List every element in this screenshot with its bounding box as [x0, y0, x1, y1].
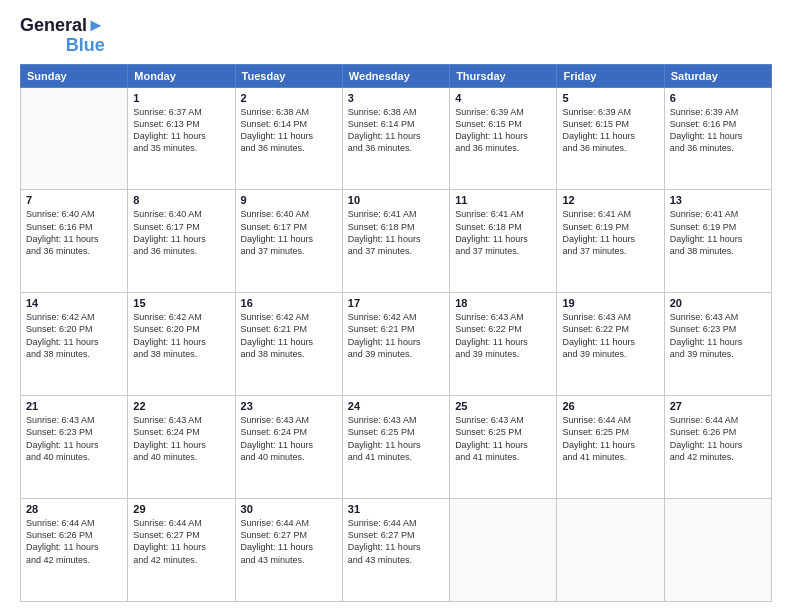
calendar-header-row: SundayMondayTuesdayWednesdayThursdayFrid… — [21, 64, 772, 87]
calendar-cell: 1Sunrise: 6:37 AMSunset: 6:13 PMDaylight… — [128, 87, 235, 190]
header-day-tuesday: Tuesday — [235, 64, 342, 87]
day-number: 27 — [670, 400, 766, 412]
day-info: Sunrise: 6:39 AMSunset: 6:15 PMDaylight:… — [455, 106, 551, 155]
day-number: 28 — [26, 503, 122, 515]
calendar-cell: 19Sunrise: 6:43 AMSunset: 6:22 PMDayligh… — [557, 293, 664, 396]
header: General► Blue — [20, 16, 772, 56]
day-info: Sunrise: 6:44 AMSunset: 6:27 PMDaylight:… — [348, 517, 444, 566]
calendar-cell: 31Sunrise: 6:44 AMSunset: 6:27 PMDayligh… — [342, 499, 449, 602]
day-number: 3 — [348, 92, 444, 104]
day-number: 26 — [562, 400, 658, 412]
page: General► Blue SundayMondayTuesdayWednesd… — [0, 0, 792, 612]
day-number: 29 — [133, 503, 229, 515]
calendar-week-3: 14Sunrise: 6:42 AMSunset: 6:20 PMDayligh… — [21, 293, 772, 396]
day-number: 25 — [455, 400, 551, 412]
day-number: 9 — [241, 194, 337, 206]
calendar-cell: 23Sunrise: 6:43 AMSunset: 6:24 PMDayligh… — [235, 396, 342, 499]
calendar-cell: 21Sunrise: 6:43 AMSunset: 6:23 PMDayligh… — [21, 396, 128, 499]
day-info: Sunrise: 6:41 AMSunset: 6:19 PMDaylight:… — [562, 208, 658, 257]
day-number: 16 — [241, 297, 337, 309]
day-info: Sunrise: 6:43 AMSunset: 6:23 PMDaylight:… — [26, 414, 122, 463]
day-number: 18 — [455, 297, 551, 309]
calendar-cell: 10Sunrise: 6:41 AMSunset: 6:18 PMDayligh… — [342, 190, 449, 293]
day-info: Sunrise: 6:43 AMSunset: 6:23 PMDaylight:… — [670, 311, 766, 360]
calendar-cell: 5Sunrise: 6:39 AMSunset: 6:15 PMDaylight… — [557, 87, 664, 190]
calendar-cell — [664, 499, 771, 602]
day-info: Sunrise: 6:43 AMSunset: 6:22 PMDaylight:… — [562, 311, 658, 360]
day-info: Sunrise: 6:44 AMSunset: 6:25 PMDaylight:… — [562, 414, 658, 463]
day-number: 7 — [26, 194, 122, 206]
day-number: 1 — [133, 92, 229, 104]
calendar-cell: 25Sunrise: 6:43 AMSunset: 6:25 PMDayligh… — [450, 396, 557, 499]
calendar-cell: 17Sunrise: 6:42 AMSunset: 6:21 PMDayligh… — [342, 293, 449, 396]
day-info: Sunrise: 6:43 AMSunset: 6:24 PMDaylight:… — [241, 414, 337, 463]
day-info: Sunrise: 6:42 AMSunset: 6:21 PMDaylight:… — [241, 311, 337, 360]
day-info: Sunrise: 6:43 AMSunset: 6:22 PMDaylight:… — [455, 311, 551, 360]
day-info: Sunrise: 6:44 AMSunset: 6:27 PMDaylight:… — [241, 517, 337, 566]
calendar-cell: 15Sunrise: 6:42 AMSunset: 6:20 PMDayligh… — [128, 293, 235, 396]
calendar-cell: 2Sunrise: 6:38 AMSunset: 6:14 PMDaylight… — [235, 87, 342, 190]
logo: General► Blue — [20, 16, 105, 56]
day-number: 20 — [670, 297, 766, 309]
day-number: 22 — [133, 400, 229, 412]
calendar-cell: 3Sunrise: 6:38 AMSunset: 6:14 PMDaylight… — [342, 87, 449, 190]
calendar-cell: 4Sunrise: 6:39 AMSunset: 6:15 PMDaylight… — [450, 87, 557, 190]
day-number: 13 — [670, 194, 766, 206]
day-info: Sunrise: 6:38 AMSunset: 6:14 PMDaylight:… — [241, 106, 337, 155]
day-info: Sunrise: 6:39 AMSunset: 6:15 PMDaylight:… — [562, 106, 658, 155]
header-day-wednesday: Wednesday — [342, 64, 449, 87]
logo-line1: General► — [20, 16, 105, 36]
day-info: Sunrise: 6:44 AMSunset: 6:26 PMDaylight:… — [26, 517, 122, 566]
day-number: 31 — [348, 503, 444, 515]
calendar-cell: 18Sunrise: 6:43 AMSunset: 6:22 PMDayligh… — [450, 293, 557, 396]
day-number: 30 — [241, 503, 337, 515]
header-day-thursday: Thursday — [450, 64, 557, 87]
header-day-saturday: Saturday — [664, 64, 771, 87]
calendar-cell: 29Sunrise: 6:44 AMSunset: 6:27 PMDayligh… — [128, 499, 235, 602]
calendar-cell: 20Sunrise: 6:43 AMSunset: 6:23 PMDayligh… — [664, 293, 771, 396]
day-info: Sunrise: 6:38 AMSunset: 6:14 PMDaylight:… — [348, 106, 444, 155]
calendar-cell: 27Sunrise: 6:44 AMSunset: 6:26 PMDayligh… — [664, 396, 771, 499]
day-info: Sunrise: 6:39 AMSunset: 6:16 PMDaylight:… — [670, 106, 766, 155]
calendar-cell: 14Sunrise: 6:42 AMSunset: 6:20 PMDayligh… — [21, 293, 128, 396]
calendar-cell: 12Sunrise: 6:41 AMSunset: 6:19 PMDayligh… — [557, 190, 664, 293]
day-info: Sunrise: 6:43 AMSunset: 6:24 PMDaylight:… — [133, 414, 229, 463]
calendar-body: 1Sunrise: 6:37 AMSunset: 6:13 PMDaylight… — [21, 87, 772, 601]
day-info: Sunrise: 6:37 AMSunset: 6:13 PMDaylight:… — [133, 106, 229, 155]
calendar-cell — [21, 87, 128, 190]
day-info: Sunrise: 6:42 AMSunset: 6:20 PMDaylight:… — [26, 311, 122, 360]
day-info: Sunrise: 6:43 AMSunset: 6:25 PMDaylight:… — [348, 414, 444, 463]
calendar-cell: 7Sunrise: 6:40 AMSunset: 6:16 PMDaylight… — [21, 190, 128, 293]
day-number: 17 — [348, 297, 444, 309]
day-info: Sunrise: 6:40 AMSunset: 6:17 PMDaylight:… — [241, 208, 337, 257]
day-info: Sunrise: 6:40 AMSunset: 6:17 PMDaylight:… — [133, 208, 229, 257]
day-number: 4 — [455, 92, 551, 104]
day-number: 12 — [562, 194, 658, 206]
header-day-sunday: Sunday — [21, 64, 128, 87]
calendar-cell: 24Sunrise: 6:43 AMSunset: 6:25 PMDayligh… — [342, 396, 449, 499]
calendar-cell: 6Sunrise: 6:39 AMSunset: 6:16 PMDaylight… — [664, 87, 771, 190]
day-info: Sunrise: 6:44 AMSunset: 6:27 PMDaylight:… — [133, 517, 229, 566]
day-number: 14 — [26, 297, 122, 309]
day-number: 24 — [348, 400, 444, 412]
day-info: Sunrise: 6:43 AMSunset: 6:25 PMDaylight:… — [455, 414, 551, 463]
day-number: 5 — [562, 92, 658, 104]
calendar-week-4: 21Sunrise: 6:43 AMSunset: 6:23 PMDayligh… — [21, 396, 772, 499]
day-number: 6 — [670, 92, 766, 104]
calendar-cell: 28Sunrise: 6:44 AMSunset: 6:26 PMDayligh… — [21, 499, 128, 602]
calendar-cell: 13Sunrise: 6:41 AMSunset: 6:19 PMDayligh… — [664, 190, 771, 293]
logo-line2: Blue — [66, 36, 105, 56]
day-number: 21 — [26, 400, 122, 412]
calendar-week-1: 1Sunrise: 6:37 AMSunset: 6:13 PMDaylight… — [21, 87, 772, 190]
day-number: 15 — [133, 297, 229, 309]
day-info: Sunrise: 6:41 AMSunset: 6:18 PMDaylight:… — [348, 208, 444, 257]
calendar-week-5: 28Sunrise: 6:44 AMSunset: 6:26 PMDayligh… — [21, 499, 772, 602]
day-number: 8 — [133, 194, 229, 206]
day-info: Sunrise: 6:42 AMSunset: 6:21 PMDaylight:… — [348, 311, 444, 360]
day-number: 2 — [241, 92, 337, 104]
day-info: Sunrise: 6:41 AMSunset: 6:19 PMDaylight:… — [670, 208, 766, 257]
calendar-cell: 26Sunrise: 6:44 AMSunset: 6:25 PMDayligh… — [557, 396, 664, 499]
header-day-monday: Monday — [128, 64, 235, 87]
day-info: Sunrise: 6:40 AMSunset: 6:16 PMDaylight:… — [26, 208, 122, 257]
calendar-cell — [450, 499, 557, 602]
